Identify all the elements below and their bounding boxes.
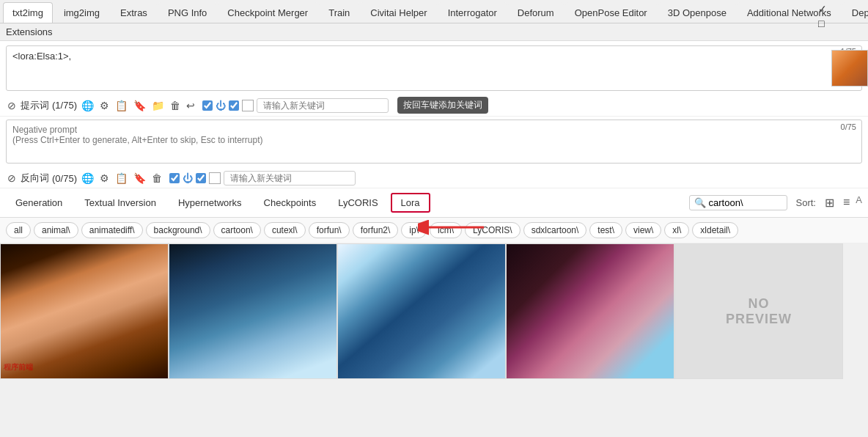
positive-toolbar: ⊘ 提示词 (1/75) 🌐 ⚙ 📋 🔖 📁 🗑 ↩ ⏻ 按回车键添加关键词 [0, 95, 868, 117]
negative-label-text: 反向词 [21, 172, 49, 185]
chip-animatediff[interactable]: animatediff\ [81, 222, 143, 238]
tab-train[interactable]: Train [319, 2, 359, 23]
watermark-anna: 程序前端 [4, 362, 33, 372]
chip-background[interactable]: background\ [146, 222, 210, 238]
negative-label: 反向词 (0/75) [21, 172, 77, 185]
chip-test[interactable]: test\ [589, 222, 622, 238]
positive-square-icon [242, 100, 254, 111]
negative-keyword-input[interactable] [224, 171, 356, 186]
search-input[interactable] [709, 197, 782, 208]
positive-folder-icon[interactable]: 📁 [150, 98, 166, 113]
chip-lycoris[interactable]: LyCORIS\ [465, 222, 521, 238]
negative-toolbar: ⊘ 反向词 (0/75) 🌐 ⚙ 📋 🔖 🗑 ⏻ [0, 169, 868, 188]
main-content: 1/75 <lora:Elsa:1>, ⊘ 提示词 (1/75) 🌐 ⚙ 📋 🔖… [0, 41, 868, 379]
negative-gear-icon[interactable]: ⚙ [98, 171, 111, 186]
negative-power-icon[interactable]: ⏻ [183, 172, 193, 184]
lora-tab-bar: Generation Textual Inversion Hypernetwor… [0, 188, 868, 218]
chip-xl[interactable]: xl\ [664, 222, 689, 238]
extensions-bar: Extensions [0, 23, 868, 41]
image-card-elsa-light[interactable] [337, 243, 506, 379]
positive-clipboard-icon[interactable]: 📋 [114, 98, 129, 113]
positive-bookmark-icon[interactable]: 🔖 [132, 98, 147, 113]
right-thumbnail[interactable] [831, 50, 868, 87]
negative-prompt-textarea[interactable] [6, 120, 862, 164]
positive-tooltip: 按回车键添加关键词 [397, 97, 488, 114]
tab-dept[interactable]: Dept [842, 2, 868, 23]
negative-prompt-section: 0/75 [0, 117, 868, 169]
tab-lycoris[interactable]: LyCORIS [328, 194, 387, 212]
chip-view[interactable]: view\ [625, 222, 661, 238]
sort-label: Sort: [796, 197, 816, 208]
chip-all[interactable]: all [6, 222, 31, 238]
positive-globe-icon[interactable]: 🌐 [80, 98, 95, 113]
tab-lora[interactable]: Lora [391, 193, 430, 213]
image-card-no-preview[interactable]: NOPREVIEW [674, 243, 843, 379]
positive-label-text: 提示词 [21, 99, 49, 112]
negative-bookmark-icon[interactable]: 🔖 [132, 171, 147, 186]
chip-cartoon[interactable]: cartoon\ [213, 222, 261, 238]
tab-textual-inversion[interactable]: Textual Inversion [75, 194, 166, 212]
positive-count: (1/75) [52, 100, 77, 111]
chip-xldetail[interactable]: xldetail\ [692, 222, 738, 238]
negative-checkbox-2[interactable] [196, 173, 206, 183]
positive-recycle-icon[interactable]: ⊘ [6, 98, 18, 113]
search-icon: 🔍 [694, 197, 706, 208]
chip-sdxlcartoon[interactable]: sdxlcartoon\ [523, 222, 587, 238]
page-wrapper: txt2img img2img Extras PNG Info Checkpoi… [0, 0, 868, 437]
positive-undo-icon[interactable]: ↩ [185, 98, 196, 113]
negative-char-count: 0/75 [841, 122, 856, 131]
tab-deforum[interactable]: Deforum [508, 2, 564, 23]
image-card-disney-collage[interactable] [506, 243, 674, 379]
search-container: 🔍 [689, 195, 787, 210]
chip-animal[interactable]: animal\ [34, 222, 78, 238]
positive-keyword-input[interactable] [257, 98, 389, 113]
negative-recycle-icon[interactable]: ⊘ [6, 171, 18, 186]
negative-checkbox-1[interactable] [169, 173, 180, 183]
extensions-label: Extensions [6, 26, 53, 37]
tab-civitai-helper[interactable]: Civitai Helper [361, 2, 436, 23]
positive-checkbox-1[interactable] [202, 100, 213, 111]
sort-icons: ⊞ ≡ A [822, 194, 862, 211]
positive-gear-icon[interactable]: ⚙ [98, 98, 111, 113]
negative-count: (0/75) [52, 173, 77, 184]
sort-extra[interactable]: A [856, 194, 862, 211]
tab-hypernetworks[interactable]: Hypernetworks [169, 194, 251, 212]
positive-checkbox-2[interactable] [229, 100, 239, 111]
check-overlay: ✓ □ [815, 0, 830, 32]
positive-prompt-section: 1/75 <lora:Elsa:1>, [0, 41, 868, 95]
chips-bar: all animal\ animatediff\ background\ car… [0, 218, 868, 243]
chip-cutexl[interactable]: cutexl\ [264, 222, 306, 238]
positive-power-icon[interactable]: ⏻ [216, 100, 226, 111]
chip-forfun2[interactable]: forfun2\ [353, 222, 399, 238]
tab-interrogator[interactable]: Interrogator [438, 2, 507, 23]
sort-grid-icon[interactable]: ⊞ [822, 194, 837, 211]
expand-icon[interactable]: □ [818, 18, 827, 29]
tab-openpose-editor[interactable]: OpenPose Editor [565, 2, 657, 23]
negative-clipboard-icon[interactable]: 📋 [114, 171, 129, 186]
tab-checkpoint-merger[interactable]: Checkpoint Merger [218, 2, 317, 23]
image-grid: 程序前端 NOPREVIEW [0, 243, 868, 379]
positive-label: 提示词 (1/75) [21, 99, 77, 112]
tab-3d-openpose[interactable]: 3D Openpose [658, 2, 736, 23]
sort-list-icon[interactable]: ≡ [840, 194, 853, 211]
tab-img2img[interactable]: img2img [54, 2, 109, 23]
no-preview-text: NOPREVIEW [726, 296, 792, 327]
negative-globe-icon[interactable]: 🌐 [80, 171, 95, 186]
chip-ip[interactable]: ip\ [401, 222, 427, 238]
tab-extras[interactable]: Extras [111, 2, 157, 23]
positive-trash-icon[interactable]: 🗑 [169, 98, 182, 113]
chip-lcm[interactable]: lcm\ [430, 222, 462, 238]
tab-checkpoints[interactable]: Checkpoints [254, 194, 326, 212]
tab-png-info[interactable]: PNG Info [158, 2, 216, 23]
image-card-anna[interactable]: 程序前端 [0, 243, 169, 379]
tab-generation[interactable]: Generation [6, 194, 72, 212]
tab-txt2img[interactable]: txt2img [3, 2, 53, 23]
negative-trash-icon[interactable]: 🗑 [150, 171, 163, 186]
chip-forfun[interactable]: forfun\ [309, 222, 350, 238]
negative-square-icon [209, 172, 221, 184]
positive-prompt-textarea[interactable]: <lora:Elsa:1>, [6, 45, 862, 91]
image-card-elsa-dark[interactable] [169, 243, 337, 379]
check-icon[interactable]: ✓ [818, 3, 827, 15]
tab-bar: txt2img img2img Extras PNG Info Checkpoi… [0, 0, 868, 23]
